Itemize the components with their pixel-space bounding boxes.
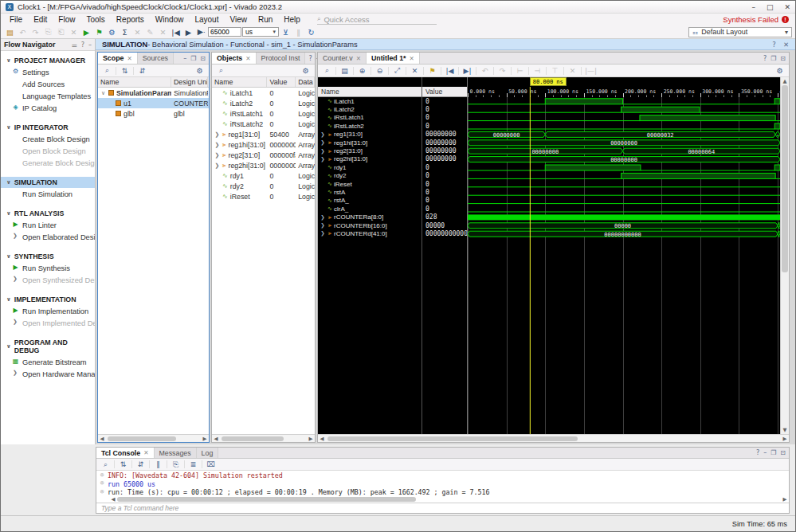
objects-row[interactable]: ∿rdy10Logic bbox=[212, 170, 315, 181]
chevron-right-icon[interactable]: ❯ bbox=[320, 230, 326, 237]
expand-all-icon[interactable]: ⇅ bbox=[120, 67, 130, 75]
wave-signal-row[interactable]: ∿iLatch2 bbox=[318, 105, 422, 113]
settings-gear-icon[interactable]: ⚙ bbox=[774, 67, 785, 75]
prev-transition-icon[interactable]: |◀ bbox=[445, 67, 455, 75]
chevron-right-icon[interactable]: ❯ bbox=[214, 131, 220, 138]
scroll-up-icon[interactable]: ▲ bbox=[781, 77, 789, 85]
objects-row[interactable]: ∿iLatch20Logic bbox=[212, 98, 315, 108]
close-tab-icon[interactable]: ✕ bbox=[127, 55, 131, 62]
layout-selector[interactable]: ⚏ Default Layout ▾ bbox=[688, 27, 792, 37]
flow-item-run-implementation[interactable]: Run Implementation▶ bbox=[1, 305, 95, 317]
zoom-in-icon[interactable]: ⊕ bbox=[357, 67, 367, 75]
objects-tab-protocol-inst[interactable]: Protocol Inst bbox=[257, 53, 306, 64]
objects-row[interactable]: ∿rdy20Logic bbox=[212, 181, 315, 191]
scope-hscrollbar[interactable]: ◀ ▶ bbox=[98, 434, 209, 442]
clear-icon[interactable]: ⌧ bbox=[206, 460, 216, 468]
simulation-time-input[interactable] bbox=[208, 27, 241, 37]
maximize-panel-icon[interactable]: ⊡ bbox=[200, 55, 206, 62]
flow-section-title[interactable]: ∨SIMULATION bbox=[1, 177, 95, 188]
scroll-right-icon[interactable]: ▶ bbox=[201, 436, 209, 442]
zoom-to-cursor-icon[interactable]: ✕ bbox=[410, 67, 420, 75]
scroll-right-icon[interactable]: ▶ bbox=[781, 436, 789, 442]
wave-signal-row[interactable]: ❯⫸rCOUNTERb[16:0] bbox=[318, 221, 422, 229]
maximize-panel-icon[interactable]: ⊡ bbox=[780, 449, 786, 456]
column-header[interactable]: Name bbox=[212, 77, 267, 87]
chevron-right-icon[interactable]: ❯ bbox=[214, 152, 220, 158]
tcl-command-input[interactable]: Type a Tcl command here bbox=[96, 503, 789, 513]
flow-item-add-sources[interactable]: Add Sources bbox=[1, 78, 95, 90]
flow-item-language-templates[interactable]: Language Templates bbox=[1, 90, 95, 102]
wave-signal-row[interactable]: ❯⫸reg1hi[31:0] bbox=[318, 139, 422, 147]
flow-section-title[interactable]: ∨IMPLEMENTATION bbox=[1, 294, 95, 305]
wave-signal-row[interactable]: ∿rdy2 bbox=[318, 172, 422, 180]
search-icon[interactable]: ⌕ bbox=[322, 66, 332, 75]
flow-item-settings[interactable]: Settings⚙ bbox=[1, 66, 95, 78]
close-tab-icon[interactable]: ✕ bbox=[409, 55, 414, 62]
menu-view[interactable]: View bbox=[224, 15, 253, 24]
objects-row[interactable]: ∿iRstLatch20Logic bbox=[212, 119, 315, 129]
minimize-icon[interactable]: – bbox=[751, 3, 755, 11]
wave-signal-row[interactable]: ∿rdy1 bbox=[318, 163, 422, 171]
scope-tab-scope[interactable]: Scope✕ bbox=[98, 53, 138, 64]
expand-all-icon[interactable]: ⇅ bbox=[118, 460, 128, 468]
help-icon[interactable]: ? bbox=[763, 55, 767, 62]
scope-tree-row[interactable]: glblglbl bbox=[98, 108, 209, 119]
chevron-right-icon[interactable]: ❯ bbox=[320, 222, 326, 229]
objects-row[interactable]: ∿iLatch10Logic bbox=[212, 88, 315, 98]
scope-tree-row[interactable]: u1COUNTER bbox=[98, 98, 209, 108]
float-panel-icon[interactable]: ❐ bbox=[771, 55, 776, 62]
pause-output-icon[interactable]: ‖ bbox=[153, 460, 163, 468]
flow-item-run-linter[interactable]: Run Linter▶ bbox=[1, 219, 95, 231]
chevron-right-icon[interactable]: ❯ bbox=[214, 162, 220, 169]
help-icon[interactable]: ? bbox=[81, 41, 84, 49]
close-tab-icon[interactable]: ✕ bbox=[356, 55, 361, 62]
wave-signal-row[interactable]: ∿rstA_ bbox=[318, 197, 422, 205]
reports-sigma-icon[interactable]: Σ bbox=[119, 28, 131, 37]
copy-icon[interactable]: ⎘ bbox=[171, 460, 181, 469]
scroll-left-icon[interactable]: ◀ bbox=[109, 496, 117, 503]
step-icon[interactable]: ⊻ bbox=[280, 28, 292, 37]
menu-edit[interactable]: Edit bbox=[28, 15, 53, 24]
dock-icon[interactable]: ⚌ bbox=[72, 41, 77, 49]
menu-tools[interactable]: Tools bbox=[80, 15, 110, 24]
column-header[interactable]: Value bbox=[267, 77, 296, 87]
objects-hscrollbar[interactable]: ◀ ▶ bbox=[212, 434, 315, 442]
collapse-all-icon[interactable]: ⇵ bbox=[135, 460, 146, 468]
wave-signal-row[interactable]: ❯⫸reg2hi[31:0] bbox=[318, 155, 422, 163]
chevron-right-icon[interactable]: ❯ bbox=[320, 131, 326, 138]
flow-item-ip-catalog[interactable]: IP Catalog◈ bbox=[1, 102, 95, 114]
wave-signal-row[interactable]: ∿rstA bbox=[318, 188, 422, 196]
chevron-right-icon[interactable]: ❯ bbox=[214, 142, 220, 148]
chevron-right-icon[interactable]: ❯ bbox=[320, 156, 326, 162]
relaunch-icon[interactable]: ↻ bbox=[305, 28, 317, 37]
analyze-flag-icon[interactable]: ⚑ bbox=[93, 28, 105, 37]
float-panel-icon[interactable]: ❐ bbox=[190, 55, 196, 62]
objects-row[interactable]: ❯⫸reg1hi[31:0]00000000Array bbox=[212, 139, 315, 150]
close-tab-icon[interactable]: ✕ bbox=[143, 449, 148, 456]
flow-section-title[interactable]: ∨PROJECT MANAGER bbox=[1, 55, 95, 66]
wave-signal-row[interactable]: ❯⫸rCOUNTERd[41:0] bbox=[318, 229, 422, 237]
column-header[interactable]: Name bbox=[98, 77, 171, 87]
maximize-panel-icon[interactable]: ⊡ bbox=[780, 55, 786, 62]
menu-help[interactable]: Help bbox=[278, 15, 306, 24]
close-icon[interactable]: ✕ bbox=[784, 3, 790, 11]
queue-icon[interactable]: ≣ bbox=[188, 460, 198, 468]
flow-item-generate-bitstream[interactable]: Generate Bitstream▦ bbox=[1, 356, 95, 368]
flow-item-run-simulation[interactable]: Run Simulation bbox=[1, 188, 95, 200]
run-icon[interactable]: ▶ bbox=[80, 28, 92, 37]
wave-canvas[interactable]: 80.000 ns 0.000 ns50.000 ns100.000 ns150… bbox=[467, 77, 780, 434]
search-icon[interactable]: ⌕ bbox=[100, 460, 111, 469]
flow-item-create-block-design[interactable]: Create Block Design bbox=[1, 133, 95, 145]
wave-vscrollbar[interactable]: ▲ ▼ bbox=[780, 77, 789, 434]
wave-signal-row[interactable]: ∿iRstLatch2 bbox=[318, 122, 422, 130]
menu-flow[interactable]: Flow bbox=[53, 15, 80, 24]
console-tab-tcl-console[interactable]: Tcl Console✕ bbox=[96, 448, 155, 458]
objects-row[interactable]: ❯⫸reg1[31:0]50400Array bbox=[212, 129, 315, 139]
next-transition-icon[interactable]: ▶| bbox=[462, 67, 473, 75]
run-all-icon[interactable]: ▶ bbox=[182, 28, 194, 37]
tcl-log-line[interactable]: run 65000 us bbox=[108, 480, 789, 489]
scroll-right-icon[interactable]: ▶ bbox=[307, 436, 315, 442]
column-header[interactable]: Data Typ bbox=[296, 77, 315, 87]
flow-section-title[interactable]: ∨RTL ANALYSIS bbox=[1, 208, 95, 219]
minimize-panel-icon[interactable]: – bbox=[763, 449, 767, 456]
